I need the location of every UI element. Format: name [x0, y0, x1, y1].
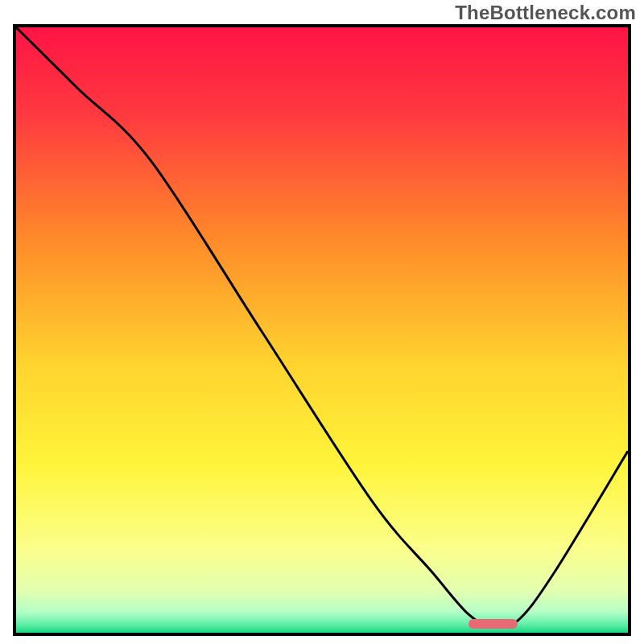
plot-frame — [13, 24, 631, 636]
plot-area — [16, 27, 628, 633]
bottleneck-curve-path — [16, 27, 628, 628]
curve-layer — [16, 27, 628, 633]
optimal-range-marker — [469, 619, 518, 629]
watermark-label: TheBottleneck.com — [455, 2, 636, 24]
chart-container: TheBottleneck.com — [0, 0, 644, 644]
